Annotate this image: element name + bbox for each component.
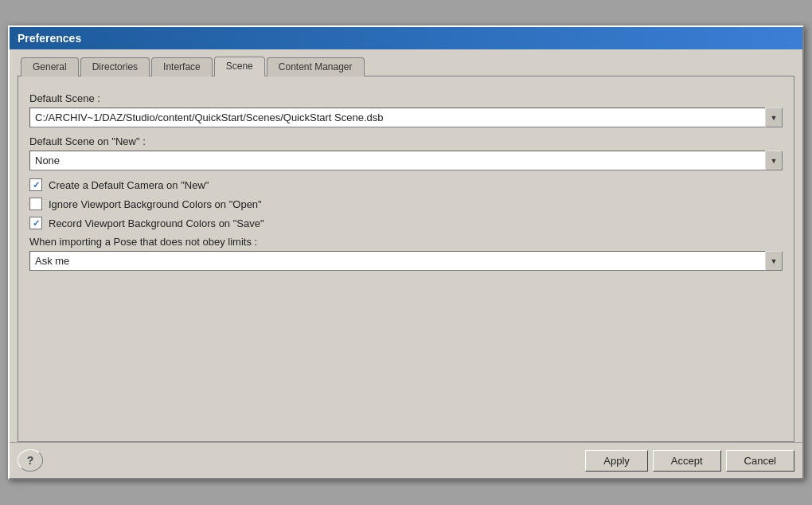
- checkbox-ignore-viewport[interactable]: [29, 198, 42, 210]
- checkbox-row-1: Create a Default Camera on "New": [29, 178, 783, 191]
- apply-button[interactable]: Apply: [585, 450, 648, 472]
- checkbox-default-camera-label: Create a Default Camera on "New": [49, 179, 209, 191]
- default-scene-new-label: Default Scene on "New" :: [29, 135, 783, 147]
- help-button[interactable]: ?: [18, 449, 43, 472]
- cancel-button[interactable]: Cancel: [726, 450, 794, 472]
- tab-bar: General Directories Interface Scene Cont…: [18, 56, 794, 76]
- default-scene-label: Default Scene :: [29, 92, 783, 104]
- pose-label: When importing a Pose that does not obey…: [29, 236, 783, 248]
- tab-scene[interactable]: Scene: [214, 57, 265, 76]
- preferences-dialog: Preferences General Directories Interfac…: [8, 25, 804, 480]
- tab-directories[interactable]: Directories: [80, 57, 150, 76]
- default-scene-new-input[interactable]: None: [29, 151, 783, 170]
- action-buttons: Apply Accept Cancel: [585, 450, 794, 472]
- checkbox-default-camera[interactable]: [29, 178, 42, 191]
- checkbox-ignore-viewport-label: Ignore Viewport Background Colors on "Op…: [49, 198, 262, 210]
- tab-content-manager[interactable]: Content Manager: [267, 57, 365, 76]
- default-scene-input[interactable]: C:/ARCHIV~1/DAZ/Studio/content/QuickStar…: [29, 108, 783, 127]
- checkbox-row-3: Record Viewport Background Colors on "Sa…: [29, 217, 783, 229]
- pose-input[interactable]: Ask me: [29, 251, 783, 271]
- dialog-body: General Directories Interface Scene Cont…: [10, 49, 802, 442]
- tab-interface[interactable]: Interface: [151, 57, 213, 76]
- bottom-bar: ? Apply Accept Cancel: [10, 442, 802, 478]
- default-scene-new-dropdown-wrapper: None: [29, 151, 783, 170]
- checkbox-row-2: Ignore Viewport Background Colors on "Op…: [29, 198, 783, 210]
- tab-content-scene: Default Scene : C:/ARCHIV~1/DAZ/Studio/c…: [18, 76, 794, 442]
- accept-button[interactable]: Accept: [653, 450, 721, 472]
- checkbox-record-viewport[interactable]: [29, 217, 42, 229]
- pose-dropdown-wrapper: Ask me: [29, 251, 783, 271]
- default-scene-dropdown-wrapper: C:/ARCHIV~1/DAZ/Studio/content/QuickStar…: [29, 108, 783, 127]
- tab-general[interactable]: General: [21, 57, 79, 76]
- checkbox-record-viewport-label: Record Viewport Background Colors on "Sa…: [49, 217, 264, 229]
- dialog-title: Preferences: [10, 27, 802, 49]
